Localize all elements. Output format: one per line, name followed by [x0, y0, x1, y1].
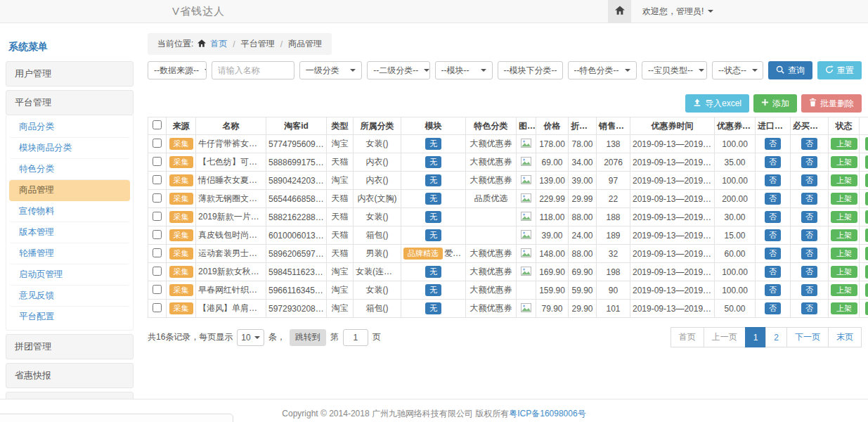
sidebar-group-省惠快报[interactable]: 省惠快报 — [6, 363, 134, 388]
status-badge[interactable]: 上架 — [831, 211, 857, 223]
must-buy-badge[interactable]: 否 — [801, 302, 817, 314]
import-choice-badge[interactable]: 否 — [765, 138, 781, 150]
must-buy-badge[interactable]: 否 — [801, 266, 817, 278]
page-button-末页[interactable]: 末页 — [828, 327, 862, 347]
status-badge[interactable]: 上架 — [831, 284, 857, 296]
table-row: 采集情侣睡衣女夏丝绸男士...589042420344淘宝内衣()无大额优惠券1… — [148, 172, 868, 190]
row-checkbox[interactable] — [153, 285, 162, 294]
search-button[interactable]: 查询 — [768, 61, 812, 79]
operations-cell — [860, 172, 868, 190]
status-badge[interactable]: 上架 — [831, 174, 857, 186]
must-buy-badge[interactable]: 否 — [801, 284, 817, 296]
sidebar-group-用户管理[interactable]: 用户管理 — [6, 61, 134, 87]
batch-delete-button[interactable]: 批量删除 — [801, 94, 862, 113]
filter-select---特色分类--[interactable]: --特色分类-- — [568, 61, 637, 79]
filter-select-一级分类[interactable]: 一级分类 — [299, 61, 362, 79]
edit-button[interactable] — [865, 137, 868, 151]
import-excel-button[interactable]: 导入excel — [685, 94, 749, 113]
status-badge[interactable]: 上架 — [831, 229, 857, 241]
import-choice-badge[interactable]: 否 — [765, 193, 781, 205]
page-button-1[interactable]: 1 — [745, 327, 767, 347]
select-all-checkbox[interactable] — [153, 120, 162, 129]
icp-link[interactable]: 粤ICP备16098006号 — [509, 408, 585, 420]
jump-button[interactable]: 跳转到 — [290, 329, 326, 346]
edit-button[interactable] — [865, 247, 868, 260]
row-checkbox[interactable] — [153, 193, 162, 203]
must-buy-badge[interactable]: 否 — [801, 229, 817, 241]
status-badge[interactable]: 上架 — [831, 266, 857, 278]
status-badge[interactable]: 上架 — [831, 193, 857, 205]
sidebar-item-意见反馈[interactable]: 意见反馈 — [9, 286, 130, 307]
sidebar-item-特色分类[interactable]: 特色分类 — [9, 159, 130, 180]
sidebar-group-消息管理[interactable]: 消息管理 — [6, 392, 134, 399]
sidebar-item-平台配置[interactable]: 平台配置 — [9, 307, 130, 327]
edit-button[interactable] — [865, 229, 868, 242]
reset-button[interactable]: 重置 — [817, 61, 862, 79]
import-choice-badge[interactable]: 否 — [765, 284, 781, 296]
sidebar-item-模块商品分类[interactable]: 模块商品分类 — [9, 138, 130, 159]
filter-select---状态--[interactable]: --状态-- — [712, 61, 763, 79]
row-checkbox[interactable] — [153, 230, 162, 239]
must-buy-badge[interactable]: 否 — [801, 193, 817, 205]
row-checkbox[interactable] — [153, 248, 162, 257]
data-source-select[interactable]: --数据来源-- — [148, 61, 207, 79]
row-checkbox[interactable] — [153, 139, 162, 148]
page-button-上一页[interactable]: 上一页 — [704, 327, 746, 347]
row-checkbox[interactable] — [153, 303, 162, 312]
edit-button[interactable] — [865, 174, 868, 187]
must-buy-badge[interactable]: 否 — [801, 211, 817, 223]
edit-button[interactable] — [865, 283, 868, 297]
edit-button[interactable] — [865, 302, 868, 315]
sidebar-item-启动页管理[interactable]: 启动页管理 — [9, 264, 130, 286]
edit-button[interactable] — [865, 265, 868, 279]
edit-button[interactable] — [865, 155, 868, 169]
product-category: 女装(连衣裙) — [354, 263, 401, 281]
filter-select---二级分类--[interactable]: --二级分类-- — [367, 61, 429, 79]
page-button-首页[interactable]: 首页 — [671, 327, 704, 347]
import-choice-badge[interactable]: 否 — [765, 302, 781, 314]
user-menu[interactable]: 欢迎您，管理员! — [642, 6, 713, 18]
import-choice-badge[interactable]: 否 — [765, 248, 781, 260]
import-choice-badge[interactable]: 否 — [765, 229, 781, 241]
import-choice-badge[interactable]: 否 — [765, 211, 781, 223]
breadcrumb-home-link[interactable]: 首页 — [210, 38, 227, 50]
row-checkbox[interactable] — [153, 157, 162, 166]
status-badge[interactable]: 上架 — [831, 156, 857, 168]
import-choice-badge[interactable]: 否 — [765, 174, 781, 186]
sidebar-group-拼团管理[interactable]: 拼团管理 — [6, 334, 134, 359]
name-search-input[interactable] — [212, 61, 294, 79]
row-checkbox[interactable] — [153, 212, 162, 221]
sidebar-item-宣传物料[interactable]: 宣传物料 — [9, 201, 130, 222]
per-page-select[interactable]: 10 — [237, 329, 264, 346]
filter-select---宝贝类型--[interactable]: --宝贝类型-- — [642, 61, 707, 79]
sidebar-item-轮播管理[interactable]: 轮播管理 — [9, 243, 130, 264]
row-checkbox[interactable] — [153, 175, 162, 184]
sidebar-item-版本管理[interactable]: 版本管理 — [9, 222, 130, 243]
add-button[interactable]: 添加 — [753, 94, 797, 113]
status-badge[interactable]: 上架 — [831, 248, 857, 260]
must-buy-badge[interactable]: 否 — [801, 138, 817, 150]
import-choice-badge[interactable]: 否 — [765, 156, 781, 168]
edit-button[interactable] — [865, 192, 868, 205]
column-header-优惠券时间: 优惠券时间 — [630, 117, 715, 135]
edit-button[interactable] — [865, 210, 868, 224]
status-badge[interactable]: 上架 — [831, 302, 857, 314]
sidebar-group-平台管理[interactable]: 平台管理 — [6, 90, 134, 115]
must-buy-badge[interactable]: 否 — [801, 174, 817, 186]
status-badge[interactable]: 上架 — [831, 138, 857, 150]
jump-page-input[interactable] — [343, 329, 368, 346]
page-button-下一页[interactable]: 下一页 — [786, 327, 829, 347]
coupon-time: 2019-09-13—2019-09-18 — [630, 300, 715, 318]
filter-select---模块下分类--[interactable]: --模块下分类-- — [498, 61, 563, 79]
import-choice-badge[interactable]: 否 — [765, 266, 781, 278]
page-button-2[interactable]: 2 — [765, 327, 787, 347]
must-buy-badge[interactable]: 否 — [801, 156, 817, 168]
topbar-right: 欢迎您，管理员! — [608, 0, 713, 23]
row-checkbox[interactable] — [153, 267, 162, 276]
coupon-amount: 50.00 — [715, 300, 756, 318]
must-buy-badge[interactable]: 否 — [801, 248, 817, 260]
filter-select---模块--[interactable]: --模块-- — [435, 61, 493, 79]
sidebar-item-商品管理[interactable]: 商品管理 — [9, 180, 130, 201]
sidebar-item-商品分类[interactable]: 商品分类 — [9, 117, 130, 138]
home-button[interactable] — [608, 0, 631, 23]
